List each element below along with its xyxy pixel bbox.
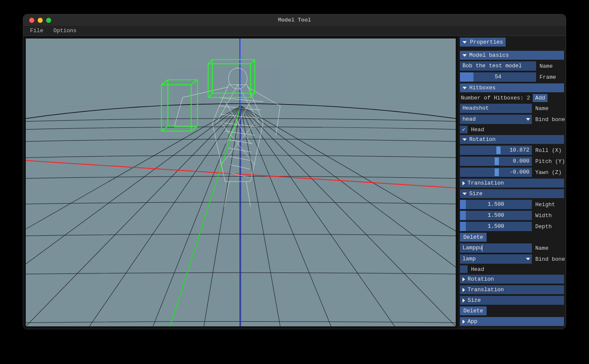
menu-file[interactable]: File [26, 27, 47, 35]
section-model-basics[interactable]: Model basics [460, 51, 564, 60]
titlebar: Model Tool [23, 14, 566, 26]
hitbox2-head-checkbox[interactable] [460, 265, 468, 273]
hitbox1-rotation-header[interactable]: Rotation [460, 135, 564, 144]
hitbox1-name-input[interactable]: Headshot [460, 104, 532, 113]
section-label: Translation [468, 180, 504, 186]
chevron-right-icon [462, 288, 465, 292]
section-label: Model basics [469, 52, 509, 58]
properties-tab[interactable]: Properties [460, 38, 506, 47]
yaw-input[interactable]: -0.000 [460, 168, 532, 177]
depth-label: Depth [534, 223, 564, 230]
hitbox1-head-checkbox[interactable]: ✓ [460, 126, 468, 133]
close-window-button[interactable] [29, 18, 34, 23]
roll-input[interactable]: 10.872 [460, 146, 532, 155]
depth-slider[interactable]: 1.500 [460, 222, 532, 231]
chevron-right-icon [462, 277, 465, 281]
yaw-label: Yawn (Z) [534, 169, 564, 176]
hitbox2-bind-bone-select[interactable]: lamp [460, 254, 532, 264]
section-label: Hitboxes [469, 85, 495, 91]
chevron-down-icon [462, 41, 467, 44]
add-hitbox-button[interactable]: Add [533, 94, 548, 102]
hitbox2-name-input[interactable]: Lamppu [460, 243, 532, 253]
menu-options[interactable]: Options [49, 27, 81, 35]
chevron-down-icon [462, 193, 467, 195]
section-label: Rotation [469, 136, 495, 143]
window-title: Model Tool [23, 17, 566, 23]
hitbox2-rotation-header[interactable]: Rotation [460, 275, 564, 284]
hitbox2-bind-label: Bind bone [534, 256, 564, 262]
frame-slider[interactable]: 54 [460, 72, 536, 82]
maximize-window-button[interactable] [46, 18, 51, 23]
viewport-scene [26, 39, 456, 326]
minimize-window-button[interactable] [38, 18, 43, 23]
3d-viewport[interactable] [26, 39, 456, 326]
width-slider[interactable]: 1.500 [460, 211, 532, 220]
delete-hitbox2-button[interactable]: Delete [460, 306, 487, 315]
section-label: App [468, 318, 477, 325]
pitch-input[interactable]: 0.000 [460, 157, 532, 166]
chevron-right-icon [462, 181, 465, 185]
width-label: Width [534, 212, 564, 219]
hitbox1-head-label: Head [469, 127, 484, 133]
frame-label: Frame [538, 74, 564, 80]
delete-hitbox1-button[interactable]: Delete [460, 233, 487, 242]
hitbox2-name-label: Name [534, 245, 564, 251]
chevron-right-icon [462, 298, 465, 303]
chevron-down-icon [462, 54, 467, 57]
menubar: File Options [23, 26, 566, 36]
hitbox1-bind-label: Bind bone [534, 116, 564, 123]
chevron-down-icon [462, 138, 467, 141]
properties-tab-label: Properties [470, 39, 503, 45]
viewport-container [23, 36, 458, 329]
section-label: Rotation [468, 276, 494, 282]
model-name-input[interactable]: Bob the test model [460, 61, 536, 71]
chevron-down-icon [526, 118, 530, 121]
section-label: Size [469, 190, 482, 197]
section-app[interactable]: App [460, 317, 564, 326]
section-label: Size [468, 297, 481, 303]
window-controls [23, 18, 51, 23]
chevron-down-icon [526, 258, 530, 260]
hitbox1-bind-bone-select[interactable]: head [460, 115, 532, 124]
content-area: Properties Model basics Bob the test mod… [23, 36, 566, 329]
hitbox1-name-label: Name [534, 105, 564, 112]
height-label: Height [534, 201, 564, 208]
chevron-down-icon [462, 87, 467, 89]
section-label: Translation [468, 287, 504, 293]
model-name-label: Name [538, 63, 564, 69]
height-slider[interactable]: 1.500 [460, 200, 532, 209]
hitbox2-translation-header[interactable]: Translation [460, 285, 564, 294]
hitbox1-size-header[interactable]: Size [460, 189, 564, 198]
hitbox2-head-label: Head [469, 266, 484, 273]
hitbox1-translation-header[interactable]: Translation [460, 179, 564, 188]
section-hitboxes[interactable]: Hitboxes [460, 83, 564, 92]
chevron-right-icon [462, 320, 465, 324]
pitch-label: Pitch (Y) [534, 158, 564, 165]
properties-panel: Properties Model basics Bob the test mod… [458, 36, 566, 329]
app-window: Model Tool File Options [23, 14, 566, 329]
roll-label: Roll (X) [534, 147, 564, 154]
hitbox-count-text: Number of Hitboxes: 2 [460, 94, 531, 102]
hitbox2-size-header[interactable]: Size [460, 296, 564, 305]
